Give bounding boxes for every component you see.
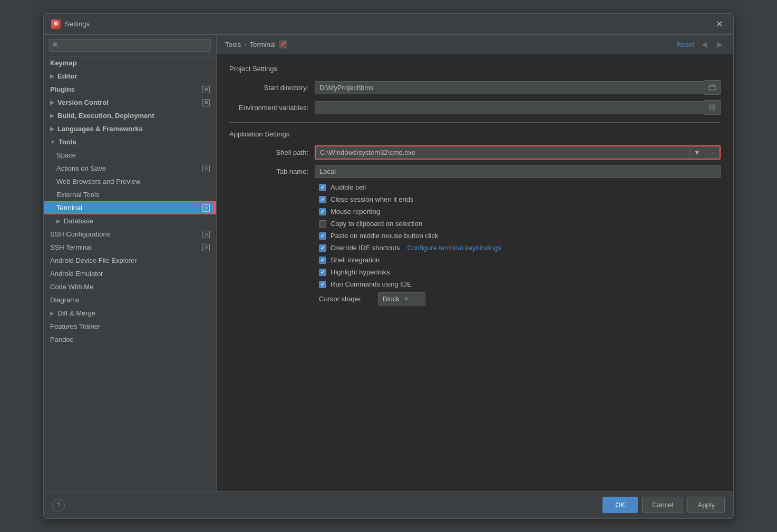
- tab-name-input[interactable]: [315, 165, 721, 178]
- sidebar-item-android-emulator[interactable]: Android Emulator: [44, 267, 216, 280]
- sidebar-item-editor[interactable]: ▶ Editor: [44, 70, 216, 83]
- mouse-reporting-row: Mouse reporting: [229, 208, 721, 215]
- sidebar-item-web-browsers[interactable]: Web Browsers and Preview: [44, 175, 216, 188]
- override-ide-checkbox[interactable]: [319, 244, 326, 252]
- shell-integration-row: Shell integration: [229, 256, 721, 264]
- title-bar: ⚙ Settings ✕: [44, 14, 733, 35]
- sidebar-item-ssh-terminal[interactable]: SSH Terminal ⚙: [44, 241, 216, 254]
- settings-gear-icon: ⚙: [202, 244, 210, 251]
- shell-path-browse-button[interactable]: ···: [705, 146, 720, 159]
- settings-gear-icon: ⚙: [202, 204, 210, 212]
- chevron-right-icon: ▶: [50, 113, 54, 119]
- main-panel: Tools › Terminal 📌 Reset ◀ ▶ Project Set…: [217, 35, 733, 491]
- search-wrap: [49, 39, 211, 52]
- paste-middle-checkbox[interactable]: [319, 232, 326, 240]
- sidebar-item-ssh-config[interactable]: SSH Configurations ⚙: [44, 228, 216, 241]
- shell-path-input[interactable]: [316, 146, 689, 159]
- terminal-item-wrapper: Terminal ⚙: [44, 201, 216, 214]
- audible-bell-checkbox[interactable]: [319, 184, 326, 191]
- close-button[interactable]: ✕: [713, 18, 726, 30]
- reset-button[interactable]: Reset: [676, 41, 694, 48]
- back-arrow-icon[interactable]: ◀: [700, 39, 710, 50]
- sidebar-item-features-trainer[interactable]: Features Trainer: [44, 320, 216, 333]
- copy-clipboard-label: Copy to clipboard on selection: [331, 220, 422, 228]
- sidebar-item-code-with-me[interactable]: Code With Me: [44, 280, 216, 293]
- close-session-row: Close session when it ends: [229, 195, 721, 203]
- apply-button[interactable]: Apply: [687, 497, 725, 513]
- start-directory-input[interactable]: [315, 81, 704, 94]
- breadcrumb-current: Terminal: [250, 41, 276, 48]
- env-variables-input[interactable]: [315, 101, 704, 114]
- forward-arrow-icon[interactable]: ▶: [715, 39, 725, 50]
- override-ide-row: Override IDE shortcuts Configure termina…: [229, 244, 721, 252]
- chevron-right-icon: ▶: [50, 126, 54, 132]
- close-session-checkbox[interactable]: [319, 196, 326, 203]
- env-variables-row: Environment variables:: [229, 100, 721, 115]
- sidebar-item-diagrams[interactable]: Diagrams: [44, 293, 216, 307]
- sidebar-item-plugins[interactable]: Plugins ⚙: [44, 83, 216, 96]
- app-icon: ⚙: [51, 19, 61, 29]
- shell-integration-checkbox[interactable]: [319, 257, 326, 264]
- chevron-right-icon: ▶: [50, 310, 54, 316]
- sidebar-item-keymap[interactable]: Keymap: [44, 56, 216, 70]
- sidebar-item-languages[interactable]: ▶ Languages & Frameworks: [44, 122, 216, 135]
- panel-header: Tools › Terminal 📌 Reset ◀ ▶: [217, 35, 733, 54]
- chevron-right-icon: ▶: [50, 73, 54, 79]
- shell-integration-label: Shell integration: [331, 256, 380, 264]
- ok-button[interactable]: OK: [603, 497, 638, 513]
- cursor-shape-dropdown[interactable]: Block ▼: [378, 292, 425, 306]
- configure-keybindings-link[interactable]: Configure terminal keybindings: [407, 244, 501, 252]
- sidebar-item-database[interactable]: ▶ Database: [44, 214, 216, 228]
- search-box: [44, 35, 216, 56]
- run-commands-checkbox[interactable]: [319, 281, 326, 288]
- sidebar-item-space[interactable]: Space: [44, 149, 216, 162]
- shell-path-dropdown-button[interactable]: ▼: [689, 146, 705, 159]
- settings-gear-icon: ⚙: [202, 86, 210, 93]
- cancel-button[interactable]: Cancel: [642, 497, 683, 513]
- panel-actions: Reset ◀ ▶: [676, 39, 725, 50]
- start-directory-input-wrap: [315, 80, 721, 95]
- mouse-reporting-checkbox[interactable]: [319, 208, 326, 215]
- cursor-shape-value: Block: [383, 295, 400, 303]
- cursor-shape-row: Cursor shape: Block ▼: [229, 292, 721, 306]
- svg-rect-0: [709, 85, 715, 90]
- audible-bell-row: Audible bell: [229, 183, 721, 191]
- help-button[interactable]: ?: [52, 499, 65, 511]
- content-area: Keymap ▶ Editor Plugins ⚙ ▶ Version Cont…: [44, 35, 733, 491]
- sidebar-item-actions-on-save[interactable]: Actions on Save ⚙: [44, 162, 216, 175]
- shell-path-row: Shell path: ▼ ···: [229, 145, 721, 160]
- search-input[interactable]: [49, 39, 211, 52]
- footer: ? OK Cancel Apply: [44, 491, 733, 518]
- breadcrumb-root: Tools: [225, 41, 241, 48]
- copy-clipboard-checkbox[interactable]: [319, 220, 326, 228]
- sidebar-item-external-tools[interactable]: External Tools: [44, 188, 216, 201]
- sidebar-item-build-execution[interactable]: ▶ Build, Execution, Deployment: [44, 109, 216, 122]
- sidebar-item-version-control[interactable]: ▶ Version Control ⚙: [44, 96, 216, 109]
- settings-window: ⚙ Settings ✕ Keymap ▶ Editor: [43, 13, 734, 519]
- copy-clipboard-row: Copy to clipboard on selection: [229, 220, 721, 228]
- tab-name-label: Tab name:: [229, 168, 308, 175]
- audible-bell-label: Audible bell: [331, 183, 366, 191]
- chevron-right-icon: ▶: [56, 218, 61, 224]
- app-settings-title: Application Settings: [229, 130, 721, 138]
- sidebar-item-terminal[interactable]: Terminal ⚙: [44, 201, 216, 214]
- window-title: Settings: [65, 20, 90, 28]
- sidebar-item-tools[interactable]: ▼ Tools: [44, 135, 216, 149]
- env-variables-label: Environment variables:: [229, 104, 308, 112]
- sidebar-item-android-device[interactable]: Android Device File Explorer: [44, 254, 216, 267]
- pin-icon: 📌: [279, 40, 287, 48]
- chevron-right-icon: ▶: [50, 100, 54, 105]
- start-directory-browse-button[interactable]: [704, 80, 721, 95]
- section-divider-1: [229, 122, 721, 123]
- shell-path-input-wrap: ▼ ···: [315, 145, 721, 160]
- sidebar-item-diff-merge[interactable]: ▶ Diff & Merge: [44, 307, 216, 320]
- paste-middle-label: Paste on middle mouse button click: [331, 232, 439, 240]
- settings-gear-icon: ⚙: [202, 165, 210, 172]
- highlight-hyperlinks-checkbox[interactable]: [319, 269, 326, 276]
- settings-gear-icon: ⚙: [202, 231, 210, 238]
- highlight-hyperlinks-row: Highlight hyperlinks: [229, 268, 721, 276]
- project-settings-title: Project Settings: [229, 65, 721, 73]
- env-variables-browse-button[interactable]: [704, 100, 721, 115]
- sidebar-item-pandoc[interactable]: Pandoc: [44, 333, 216, 346]
- title-bar-left: ⚙ Settings: [51, 19, 90, 29]
